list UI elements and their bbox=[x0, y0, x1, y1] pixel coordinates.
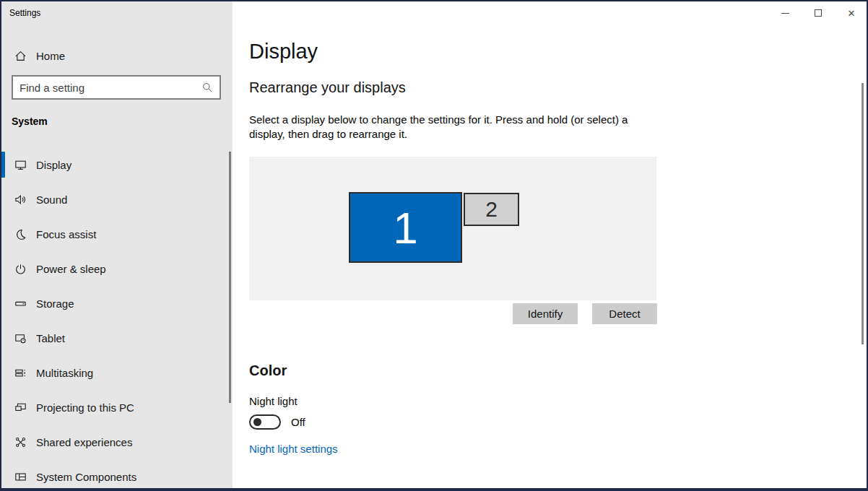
sidebar-item-storage[interactable]: Storage bbox=[1, 286, 233, 321]
search-icon[interactable] bbox=[201, 82, 213, 93]
rearrange-heading: Rearrange your displays bbox=[249, 79, 406, 96]
sidebar-item-label: Multitasking bbox=[36, 367, 93, 379]
night-light-toggle[interactable] bbox=[249, 414, 281, 430]
monitor-1[interactable]: 1 bbox=[349, 192, 462, 263]
night-light-settings-link[interactable]: Night light settings bbox=[249, 443, 338, 455]
sidebar-item-multitasking[interactable]: Multitasking bbox=[1, 355, 233, 390]
sidebar-item-label: Home bbox=[36, 50, 65, 62]
main-content: ✕ Display Rearrange your displays Select… bbox=[233, 1, 867, 488]
storage-icon bbox=[14, 297, 27, 310]
sidebar-item-power-sleep[interactable]: Power & sleep bbox=[1, 251, 233, 286]
shared-experiences-icon bbox=[14, 436, 27, 448]
sidebar-item-shared-experiences[interactable]: Shared experiences bbox=[1, 425, 233, 459]
sidebar-item-focus-assist[interactable]: Focus assist bbox=[1, 217, 233, 251]
multitasking-icon bbox=[14, 367, 27, 379]
search-input[interactable] bbox=[19, 82, 201, 94]
close-button[interactable]: ✕ bbox=[835, 1, 868, 25]
home-icon bbox=[14, 50, 27, 62]
window-border-top bbox=[0, 0, 868, 1]
maximize-button[interactable] bbox=[802, 1, 835, 25]
main-scrollbar[interactable] bbox=[862, 83, 864, 344]
display-icon bbox=[14, 159, 27, 171]
sidebar-item-label: Display bbox=[36, 159, 71, 171]
maximize-icon bbox=[815, 9, 822, 17]
sidebar-item-tablet[interactable]: Tablet bbox=[1, 321, 233, 355]
close-icon: ✕ bbox=[848, 9, 856, 18]
focus-assist-icon bbox=[14, 228, 27, 240]
night-light-state: Off bbox=[291, 416, 305, 428]
sidebar-item-label: Sound bbox=[36, 194, 67, 206]
sidebar-item-label: Storage bbox=[36, 297, 74, 310]
rearrange-description: Select a display below to change the set… bbox=[249, 113, 667, 142]
sidebar-item-label: Projecting to this PC bbox=[36, 401, 134, 414]
sidebar: Settings Home System Display bbox=[1, 1, 233, 488]
page-title: Display bbox=[249, 40, 318, 64]
window-border-bottom bbox=[0, 488, 868, 491]
sidebar-item-label: Focus assist bbox=[36, 228, 96, 240]
color-heading: Color bbox=[249, 362, 287, 379]
sound-icon bbox=[14, 194, 27, 206]
toggle-knob-icon bbox=[253, 418, 261, 426]
system-components-icon bbox=[14, 471, 27, 483]
minimize-button[interactable] bbox=[768, 1, 802, 25]
tablet-icon bbox=[14, 332, 27, 344]
identify-button[interactable]: Identify bbox=[513, 303, 578, 324]
search-box bbox=[12, 75, 221, 100]
monitor-2[interactable]: 2 bbox=[464, 193, 519, 226]
projecting-icon bbox=[14, 401, 27, 414]
sidebar-item-system-components[interactable]: System Components bbox=[1, 459, 233, 491]
sidebar-item-label: Shared experiences bbox=[36, 436, 132, 448]
display-arrangement-panel: 1 2 bbox=[249, 157, 656, 300]
minimize-icon bbox=[781, 13, 789, 14]
night-light-label: Night light bbox=[249, 395, 298, 407]
power-icon bbox=[14, 263, 27, 275]
sidebar-item-label: System Components bbox=[36, 471, 136, 483]
sidebar-item-label: Power & sleep bbox=[36, 263, 106, 275]
window-title: Settings bbox=[9, 8, 40, 18]
sidebar-item-projecting[interactable]: Projecting to this PC bbox=[1, 390, 233, 425]
sidebar-item-display[interactable]: Display bbox=[1, 147, 233, 182]
detect-button[interactable]: Detect bbox=[592, 303, 657, 324]
sidebar-scrollbar[interactable] bbox=[229, 152, 231, 403]
sidebar-section-system: System bbox=[12, 116, 48, 127]
sidebar-item-home[interactable]: Home bbox=[1, 43, 233, 68]
sidebar-item-sound[interactable]: Sound bbox=[1, 182, 233, 217]
sidebar-nav: Display Sound Focus assist bbox=[1, 147, 233, 491]
window-border-left bbox=[0, 0, 1, 491]
sidebar-item-label: Tablet bbox=[36, 332, 65, 344]
